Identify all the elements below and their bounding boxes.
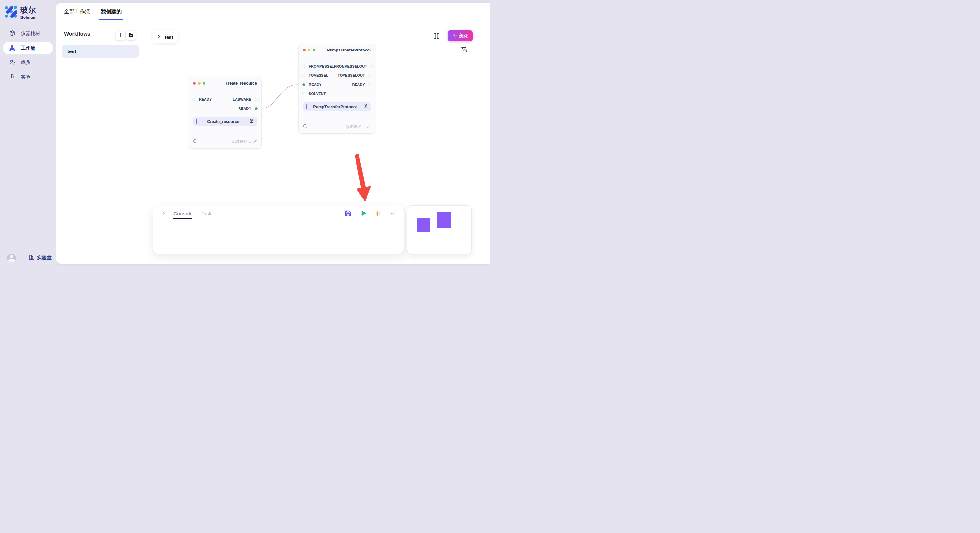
description-placeholder[interactable]: 添加描述... <box>232 139 251 144</box>
pill-accent-bar <box>306 104 307 109</box>
edit-icon[interactable] <box>363 104 368 110</box>
tab-task[interactable]: Task <box>201 211 211 216</box>
workflows-panel-title: Workflows <box>64 31 91 37</box>
description-placeholder[interactable]: 添加描述... <box>346 124 364 130</box>
port-circle[interactable] <box>371 65 373 68</box>
chevron-down-icon[interactable] <box>390 211 395 216</box>
pause-icon[interactable] <box>375 211 381 216</box>
edit-icon[interactable] <box>249 119 254 125</box>
node-header: create_resource <box>189 78 261 89</box>
folder-download-icon <box>128 32 134 39</box>
filter-icon[interactable] <box>461 46 468 53</box>
sidebar-item-workflows[interactable]: 工作流 <box>3 42 53 54</box>
output-port-labware[interactable]: LABWARE <box>233 97 258 102</box>
workflow-icon <box>9 44 16 52</box>
sidebar-item-instruments[interactable]: 仪器耗材 <box>3 27 53 40</box>
output-port-ready[interactable]: READY <box>238 106 258 110</box>
output-port-tovesselout[interactable]: TOVESSELOUT <box>338 73 371 78</box>
workflows-panel-actions <box>116 31 136 40</box>
beautify-label: 美化 <box>459 33 468 39</box>
command-icon[interactable] <box>433 32 440 40</box>
sidebar-nav: 仪器耗材 工作流 成员 <box>0 27 56 84</box>
traffic-yellow-dot <box>308 49 310 51</box>
save-icon[interactable] <box>345 210 351 217</box>
port-circle-connected[interactable] <box>255 107 258 110</box>
bohrium-logo-icon <box>5 5 18 20</box>
node-action-pill[interactable]: PumpTransferProtocol <box>303 102 371 111</box>
minimap-node-pump-transfer <box>437 212 451 228</box>
traffic-red-dot <box>303 49 305 51</box>
port-circle[interactable] <box>369 83 371 86</box>
breadcrumb[interactable]: test <box>152 30 178 43</box>
port-label: READY <box>352 82 365 86</box>
workspace-switcher[interactable]: 实验室 <box>28 254 51 262</box>
port-circle[interactable] <box>302 92 305 95</box>
chevron-right-icon <box>157 34 161 40</box>
input-port-ready[interactable]: READY <box>302 82 322 86</box>
workflow-list-item-test[interactable]: test <box>62 45 139 58</box>
node-title: PumpTransferProtocol <box>327 48 371 52</box>
port-label: TOVESSEL <box>309 73 328 78</box>
pencil-icon[interactable] <box>253 139 257 145</box>
main-panel: 全部工作流 我创建的 Workflows <box>56 3 490 263</box>
sidebar-item-members[interactable]: 成员 <box>3 56 53 69</box>
port-label: READY <box>309 82 322 86</box>
input-port-ready[interactable]: READY <box>192 97 212 102</box>
workflow-canvas[interactable]: test 美化 <box>141 21 490 263</box>
sidebar-item-label: 实验 <box>21 74 30 80</box>
port-label: TOVESSELOUT <box>338 73 365 78</box>
run-play-icon[interactable] <box>360 210 366 217</box>
members-icon <box>9 59 16 67</box>
box-icon <box>9 30 16 38</box>
sidebar: 玻尔 Bohrium 仪器耗材 工作流 <box>0 0 56 266</box>
port-label: SOLVENT <box>309 92 326 95</box>
tab-all-workflows[interactable]: 全部工作流 <box>64 3 90 21</box>
beautify-button[interactable]: 美化 <box>447 30 473 41</box>
avatar[interactable] <box>7 254 16 262</box>
breadcrumb-label: test <box>165 34 173 40</box>
node-create-resource[interactable]: create_resource READY LABWARE <box>189 77 261 149</box>
node-action-label: Create_resource <box>198 119 248 124</box>
building-icon <box>28 254 35 262</box>
port-circle[interactable] <box>302 65 305 68</box>
active-tab-underline <box>99 19 123 21</box>
minimap[interactable] <box>407 205 471 254</box>
node-action-pill[interactable]: Create_resource <box>193 117 257 126</box>
node-header: PumpTransferProtocol <box>299 44 375 56</box>
traffic-green-dot <box>203 82 205 84</box>
brand-text: 玻尔 Bohrium <box>21 5 36 20</box>
node-action-label: PumpTransferProtocol <box>308 105 362 109</box>
input-port-tovessel[interactable]: TOVESSEL <box>302 73 328 78</box>
output-port-fromvesselout[interactable]: FROMVESSELOUT <box>334 65 374 68</box>
sidebar-item-label: 成员 <box>21 60 30 66</box>
add-workflow-button[interactable] <box>116 31 126 40</box>
traffic-yellow-dot <box>198 82 200 84</box>
sidebar-footer: 实验室 <box>0 254 56 262</box>
port-circle[interactable] <box>369 74 371 77</box>
info-icon[interactable] <box>193 139 198 145</box>
sidebar-item-experiments[interactable]: 实验 <box>3 71 53 84</box>
port-circle[interactable] <box>192 98 196 101</box>
experiment-icon <box>9 73 16 81</box>
node-pump-transfer-protocol[interactable]: PumpTransferProtocol FROMVESSEL FROMVESS… <box>299 44 375 134</box>
port-circle-connected[interactable] <box>302 83 305 86</box>
tab-created-by-me[interactable]: 我创建的 <box>101 3 121 21</box>
brand: 玻尔 Bohrium <box>0 0 56 20</box>
info-icon[interactable] <box>303 124 307 130</box>
traffic-red-dot <box>193 82 196 84</box>
sidebar-item-label: 仪器耗材 <box>21 30 40 36</box>
tab-console[interactable]: Console <box>173 211 192 219</box>
node-footer: 添加描述... <box>189 139 261 148</box>
minimap-node-create-resource <box>417 218 430 232</box>
import-folder-button[interactable] <box>126 31 136 40</box>
pencil-icon[interactable] <box>366 124 371 130</box>
sidebar-item-label: 工作流 <box>21 45 35 51</box>
plus-icon <box>118 32 123 39</box>
input-port-solvent[interactable]: SOLVENT <box>302 92 326 95</box>
port-circle[interactable] <box>255 98 258 101</box>
port-label: READY <box>199 97 212 102</box>
input-port-fromvessel[interactable]: FROMVESSEL <box>302 65 334 68</box>
output-port-ready[interactable]: READY <box>352 82 371 86</box>
collapse-chevron-icon[interactable] <box>161 211 166 216</box>
port-circle[interactable] <box>302 74 305 77</box>
